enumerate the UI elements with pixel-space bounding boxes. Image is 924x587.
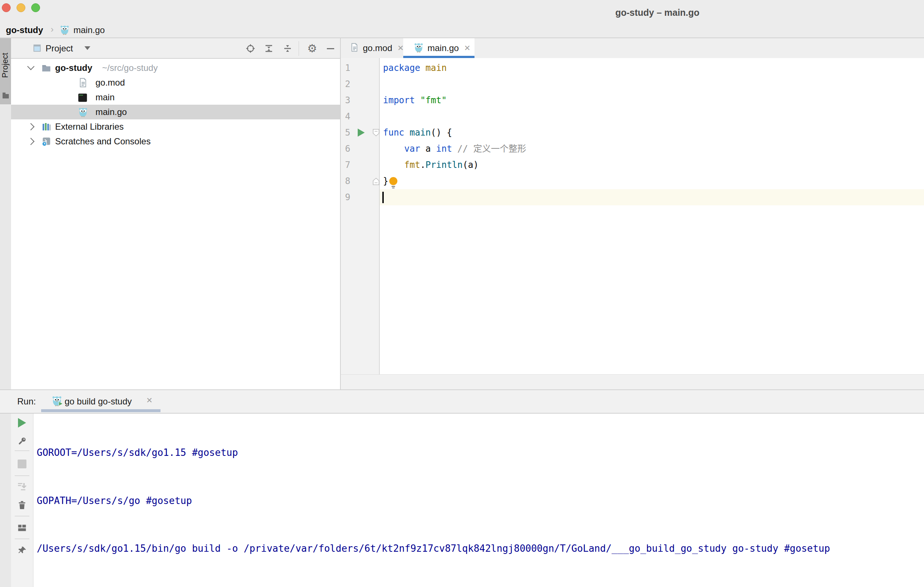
run-main-gutter-icon[interactable] xyxy=(358,129,365,137)
breadcrumb-separator-icon: › xyxy=(51,24,54,35)
locate-file-icon[interactable] xyxy=(245,43,256,54)
code-line-7[interactable]: fmt.Println(a) xyxy=(383,157,478,173)
tree-row-main-binary[interactable]: main xyxy=(11,90,340,105)
chevron-right-icon[interactable] xyxy=(27,123,35,131)
project-panel-title[interactable]: Project xyxy=(46,43,73,54)
console-line: GOROOT=/Users/s/sdk/go1.15 #gosetup xyxy=(37,445,830,461)
project-tool-window-button[interactable]: Project xyxy=(0,38,11,104)
chevron-right-icon[interactable] xyxy=(27,138,35,145)
tab-label: go.mod xyxy=(363,43,392,53)
current-line-highlight xyxy=(380,189,924,205)
line-number: 1 xyxy=(341,60,350,76)
clear-console-trash-icon[interactable] xyxy=(17,500,27,510)
go-run-configuration-icon xyxy=(51,395,63,408)
tree-row-external-libraries[interactable]: External Libraries xyxy=(11,119,340,134)
scratches-icon xyxy=(41,136,51,148)
line-number: 8 xyxy=(341,173,350,189)
folder-icon xyxy=(41,63,51,74)
editor-scrollbar-track[interactable] xyxy=(341,374,924,390)
hide-panel-icon[interactable] xyxy=(325,43,336,54)
project-tree: go-study ~/src/go-study go.mod main main… xyxy=(11,59,340,389)
line-number: 6 xyxy=(341,141,350,157)
breadcrumb: go-study › main.go xyxy=(0,23,924,38)
line-number: 7 xyxy=(341,157,350,173)
fold-region-end-icon[interactable] xyxy=(372,177,380,187)
tab-main-go[interactable]: main.go ✕ xyxy=(403,38,475,58)
project-path: ~/src/go-study xyxy=(102,63,158,73)
zoom-window-button[interactable] xyxy=(31,3,40,12)
console-line: /Users/s/sdk/go1.15/bin/go build -o /pri… xyxy=(37,541,830,557)
tree-row-go-study[interactable]: go-study ~/src/go-study xyxy=(11,61,340,75)
window-title: go-study – main.go xyxy=(587,7,727,18)
text-caret xyxy=(382,192,384,203)
code-line-6[interactable]: var a int // 定义一个整形 xyxy=(383,141,526,157)
close-window-button[interactable] xyxy=(2,3,11,12)
run-console-output: GOROOT=/Users/s/sdk/go1.15 #gosetup GOPA… xyxy=(33,413,924,587)
collapse-all-icon[interactable] xyxy=(282,43,293,54)
breadcrumb-project[interactable]: go-study xyxy=(6,25,43,35)
code-line-3[interactable]: import "fmt" xyxy=(383,92,447,108)
breadcrumb-file[interactable]: main.go xyxy=(73,25,105,35)
close-run-tab-icon[interactable]: ✕ xyxy=(146,396,153,405)
expand-all-icon[interactable] xyxy=(263,43,274,54)
title-bar: go-study – main.go xyxy=(0,0,924,23)
scroll-to-end-icon[interactable] xyxy=(17,482,27,491)
project-window-icon xyxy=(32,43,42,55)
line-number: 3 xyxy=(341,92,350,108)
code-line-1[interactable]: package main xyxy=(383,60,447,76)
code-editor[interactable]: 1 2 3 4 5 6 7 8 9 package main import "f… xyxy=(341,58,924,374)
code-line-5[interactable]: func main() { xyxy=(383,124,452,141)
run-tab-label: go build go-study xyxy=(64,396,132,407)
run-tab-underline xyxy=(41,409,160,412)
line-number: 5 xyxy=(341,124,350,141)
tool-window-rail: Project xyxy=(0,38,12,587)
toolbar-separator xyxy=(15,516,30,516)
fold-region-start-icon[interactable] xyxy=(372,129,380,138)
rerun-button[interactable] xyxy=(17,418,27,428)
line-number: 4 xyxy=(341,108,350,124)
tab-label: main.go xyxy=(427,43,459,53)
run-panel-label: Run: xyxy=(17,396,36,407)
go-mod-file-icon xyxy=(350,43,359,54)
tab-go-mod[interactable]: go.mod ✕ xyxy=(345,38,403,58)
console-line: GOPATH=/Users/s/go #gosetup xyxy=(37,493,830,509)
minimize-window-button[interactable] xyxy=(16,3,25,12)
libraries-icon xyxy=(41,122,51,133)
go-mod-file-icon xyxy=(78,78,88,89)
go-file-icon xyxy=(59,25,70,36)
go-file-icon xyxy=(414,42,424,54)
close-tab-icon[interactable]: ✕ xyxy=(464,44,470,53)
project-tool-window-label: Project xyxy=(0,41,11,89)
run-settings-wrench-icon[interactable] xyxy=(17,437,27,446)
tree-row-scratches[interactable]: Scratches and Consoles xyxy=(11,134,340,149)
run-tab-go-build[interactable]: go build go-study ✕ xyxy=(41,390,160,412)
editor-gutter: 1 2 3 4 5 6 7 8 9 xyxy=(341,58,380,374)
line-number: 9 xyxy=(341,189,350,205)
go-file-icon xyxy=(78,107,88,119)
chevron-down-icon[interactable] xyxy=(84,46,90,50)
code-line-8[interactable]: } xyxy=(383,173,388,189)
toolbar-separator xyxy=(299,41,299,56)
intention-lightbulb-icon[interactable] xyxy=(388,176,398,190)
toolbar-separator xyxy=(15,539,30,539)
chevron-down-icon[interactable] xyxy=(27,63,35,70)
run-console-toolbar xyxy=(11,413,33,587)
toolbar-separator xyxy=(15,475,30,476)
restore-layout-icon[interactable] xyxy=(17,523,27,532)
line-number: 2 xyxy=(341,76,350,92)
tree-row-go-mod[interactable]: go.mod xyxy=(11,75,340,90)
tree-row-main-go[interactable]: main.go xyxy=(11,105,340,119)
stop-button[interactable] xyxy=(17,459,27,469)
pin-tab-icon[interactable] xyxy=(17,546,27,556)
settings-gear-icon[interactable]: ⚙ xyxy=(307,43,318,54)
binary-file-icon xyxy=(77,92,88,105)
toolbar-separator xyxy=(15,450,30,451)
